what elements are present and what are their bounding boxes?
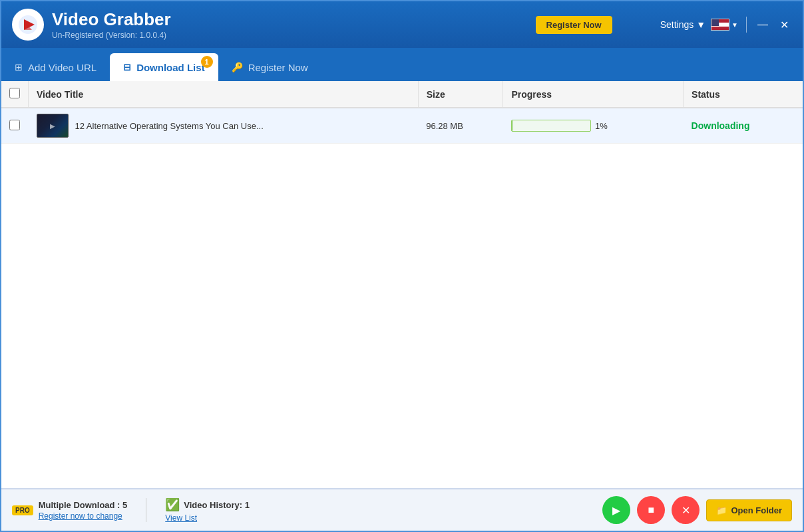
tab-add-video[interactable]: ⊞ Add Video URL [1,53,110,81]
progress-text: 1% [595,121,608,131]
footer: PRO Multiple Download : 5 Register now t… [1,488,803,531]
download-table: Video Title Size Progress Status [1,81,803,144]
status-downloading: Downloading [692,120,750,131]
footer-multiple-download: Multiple Download : 5 Register now to ch… [39,500,128,521]
language-flag-button[interactable]: ▼ [711,19,738,31]
table-header-row: Video Title Size Progress Status [1,81,803,108]
tab-register-now[interactable]: 🔑 Register Now [218,53,321,81]
video-info: 12 Alternative Operating Systems You Can… [37,114,411,138]
row-progress-cell: 1% [503,108,684,144]
open-folder-button[interactable]: 📁 Open Folder [706,499,792,521]
col-progress: Progress [503,81,684,108]
register-now-button[interactable]: Register Now [536,16,612,34]
row-title-cell: 12 Alternative Operating Systems You Can… [29,108,419,144]
history-label: Video History: 1 [184,500,250,510]
col-status: Status [684,81,803,108]
app-title: Video Grabber [52,9,528,30]
play-button[interactable]: ▶ [602,496,630,524]
settings-label: Settings [660,19,694,30]
close-button[interactable]: ✕ [776,17,792,33]
minimize-button[interactable]: — [755,17,771,33]
footer-history-row: ✅ Video History: 1 [165,497,250,512]
col-video-title: Video Title [29,81,419,108]
col-size: Size [418,81,503,108]
footer-divider [146,498,146,522]
stop-icon: ■ [648,504,655,516]
app-subtitle: Un-Registered (Version: 1.0.0.4) [52,31,528,40]
main-content: Video Title Size Progress Status [1,81,803,488]
progress-bar [511,120,591,132]
flag-chevron-icon: ▼ [731,21,738,29]
pro-badge: PRO [12,505,33,515]
app-title-group: Video Grabber Un-Registered (Version: 1.… [52,9,528,39]
download-list-badge: 1 [201,56,213,68]
settings-chevron-icon: ▼ [696,19,705,30]
register-change-link[interactable]: Register now to change [39,511,128,521]
history-check-icon: ✅ [165,497,180,512]
settings-button[interactable]: Settings ▼ [660,19,705,30]
row-checkbox-cell [1,108,29,144]
video-size: 96.28 MB [426,121,463,131]
title-separator [746,17,747,33]
title-bar: Video Grabber Un-Registered (Version: 1.… [1,1,803,48]
video-thumbnail [37,114,69,138]
table-wrapper[interactable]: Video Title Size Progress Status [1,81,803,488]
tab-download-list-label: Download List [136,62,205,73]
cancel-icon: ✕ [682,504,690,517]
table-row: 12 Alternative Operating Systems You Can… [1,108,803,144]
stop-button[interactable]: ■ [637,496,665,524]
open-folder-label: Open Folder [731,505,782,515]
folder-icon: 📁 [716,505,727,515]
play-icon: ▶ [612,504,620,517]
us-flag-icon [711,19,729,31]
select-all-checkbox[interactable] [9,88,20,98]
cancel-button[interactable]: ✕ [672,496,700,524]
footer-left: PRO Multiple Download : 5 Register now t… [12,500,127,521]
progress-bar-container: 1% [511,120,676,132]
col-checkbox [1,81,29,108]
add-video-icon: ⊞ [15,62,23,72]
footer-controls: ▶ ■ ✕ 📁 Open Folder [602,496,792,524]
title-bar-right: Settings ▼ ▼ — ✕ [660,17,792,33]
video-title: 12 Alternative Operating Systems You Can… [75,121,264,131]
progress-fill [512,120,512,131]
tab-bar: ⊞ Add Video URL ⊟ Download List 1 🔑 Regi… [1,48,803,81]
key-icon: 🔑 [232,62,243,72]
row-status-cell: Downloading [684,108,803,144]
tab-download-list[interactable]: ⊟ Download List 1 [110,53,218,81]
tab-register-now-label: Register Now [248,62,308,73]
view-list-link[interactable]: View List [165,513,250,523]
app-logo [12,9,44,41]
tab-add-video-label: Add Video URL [28,62,97,73]
download-list-icon: ⊟ [123,62,131,72]
row-checkbox[interactable] [9,120,20,130]
footer-history: ✅ Video History: 1 View List [165,497,250,523]
app-window: Video Grabber Un-Registered (Version: 1.… [0,0,804,532]
multiple-download-label: Multiple Download : 5 [39,500,128,510]
row-size-cell: 96.28 MB [418,108,503,144]
